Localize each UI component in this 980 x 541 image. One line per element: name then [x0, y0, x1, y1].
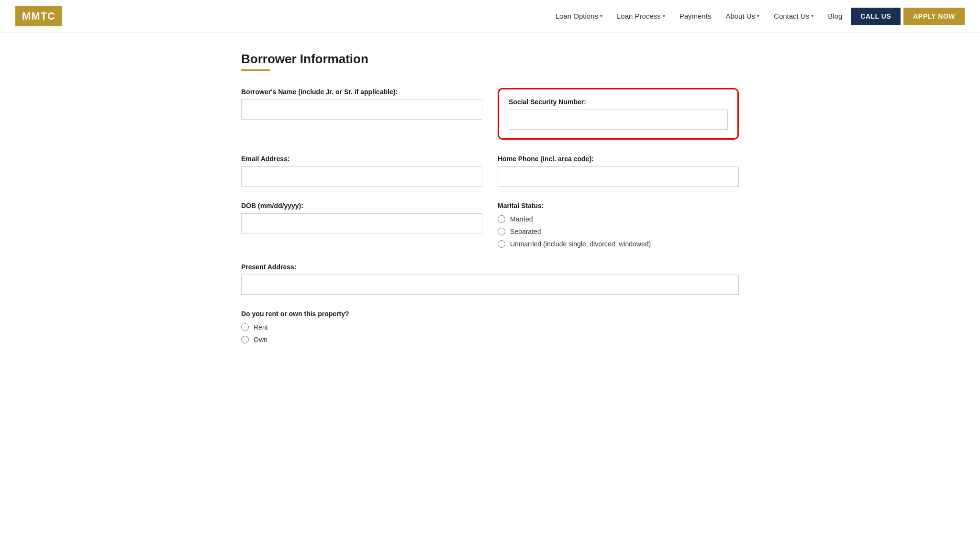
nav-item-blog[interactable]: Blog: [822, 8, 848, 24]
nav-item-payments[interactable]: Payments: [674, 8, 717, 24]
rent-own-radio-group: Rent Own: [241, 323, 739, 343]
rent-radio[interactable]: [241, 323, 249, 331]
nav-label-about-us: About Us: [725, 12, 755, 20]
present-address-input[interactable]: [241, 275, 739, 295]
borrower-name-input[interactable]: [241, 99, 482, 120]
rent-own-label: Do you rent or own this property?: [241, 310, 739, 318]
email-input[interactable]: [241, 166, 482, 187]
present-address-group: Present Address:: [241, 263, 739, 295]
logo[interactable]: MMTC: [15, 6, 62, 26]
email-group: Email Address:: [241, 155, 482, 187]
chevron-down-icon: ▾: [600, 13, 602, 19]
nav-item-loan-options[interactable]: Loan Options ▾: [550, 8, 608, 24]
form-row-5: Do you rent or own this property? Rent O…: [241, 310, 739, 343]
marital-status-group: Marital Status: Married Separated Unmarr…: [498, 202, 739, 248]
separated-label: Separated: [510, 228, 541, 235]
marital-separated-option[interactable]: Separated: [498, 228, 739, 235]
ssn-label: Social Security Number:: [509, 98, 728, 106]
dob-group: DOB (mm/dd/yyyy):: [241, 202, 482, 248]
main-content: Borrower Information Borrower's Name (in…: [203, 33, 777, 387]
marital-married-option[interactable]: Married: [498, 215, 739, 223]
nav-label-payments: Payments: [679, 12, 712, 20]
own-option[interactable]: Own: [241, 336, 739, 343]
marital-status-radio-group: Married Separated Unmarried (include sin…: [498, 215, 739, 248]
apply-now-button[interactable]: APPLY NOW: [903, 8, 965, 25]
present-address-label: Present Address:: [241, 263, 739, 271]
marital-unmarried-option[interactable]: Unmarried (include single, divorced, win…: [498, 240, 739, 248]
marital-married-radio[interactable]: [498, 215, 505, 223]
ssn-input[interactable]: [509, 110, 728, 130]
nav-label-loan-process: Loan Process: [617, 12, 661, 20]
form-row-2: Email Address: Home Phone (incl. area co…: [241, 155, 739, 187]
home-phone-group: Home Phone (incl. area code):: [498, 155, 739, 187]
own-radio[interactable]: [241, 336, 249, 343]
unmarried-label: Unmarried (include single, divorced, win…: [510, 240, 651, 248]
dob-label: DOB (mm/dd/yyyy):: [241, 202, 482, 210]
nav-label-blog: Blog: [828, 12, 842, 20]
nav-item-loan-process[interactable]: Loan Process ▾: [611, 8, 671, 24]
nav-item-contact-us[interactable]: Contact Us ▾: [768, 8, 819, 24]
form-row-1: Borrower's Name (include Jr. or Sr. if a…: [241, 88, 739, 140]
nav-label-contact-us: Contact Us: [774, 12, 809, 20]
page-title: Borrower Information: [241, 52, 739, 66]
header: MMTC Loan Options ▾ Loan Process ▾ Payme…: [0, 0, 980, 33]
form-row-4: Present Address:: [241, 263, 739, 295]
rent-option[interactable]: Rent: [241, 323, 739, 331]
ssn-group: Social Security Number:: [509, 98, 728, 130]
rent-label: Rent: [254, 323, 268, 331]
call-us-button[interactable]: CALL US: [851, 8, 901, 25]
rent-own-group: Do you rent or own this property? Rent O…: [241, 310, 739, 343]
chevron-down-icon: ▾: [811, 13, 813, 19]
home-phone-input[interactable]: [498, 166, 739, 187]
marital-unmarried-radio[interactable]: [498, 240, 505, 248]
title-underline: [241, 69, 270, 71]
dob-input[interactable]: [241, 213, 482, 233]
marital-status-label: Marital Status:: [498, 202, 739, 210]
chevron-down-icon: ▾: [663, 13, 665, 19]
nav-item-about-us[interactable]: About Us ▾: [720, 8, 765, 24]
ssn-highlight-box: Social Security Number:: [498, 88, 739, 140]
chevron-down-icon: ▾: [757, 13, 759, 19]
main-nav: Loan Options ▾ Loan Process ▾ Payments A…: [550, 8, 965, 25]
married-label: Married: [510, 215, 533, 223]
marital-separated-radio[interactable]: [498, 228, 505, 235]
nav-label-loan-options: Loan Options: [556, 12, 598, 20]
borrower-name-group: Borrower's Name (include Jr. or Sr. if a…: [241, 88, 482, 140]
own-label: Own: [254, 336, 267, 343]
email-label: Email Address:: [241, 155, 482, 163]
borrower-name-label: Borrower's Name (include Jr. or Sr. if a…: [241, 88, 482, 96]
form-row-3: DOB (mm/dd/yyyy): Marital Status: Marrie…: [241, 202, 739, 248]
home-phone-label: Home Phone (incl. area code):: [498, 155, 739, 163]
